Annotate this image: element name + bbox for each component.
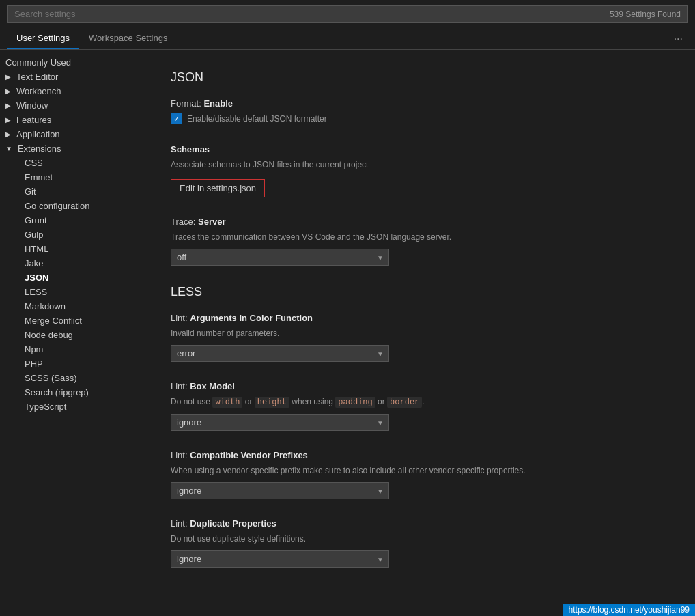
sidebar-item-git[interactable]: Git	[0, 184, 150, 199]
box-model-post: .	[422, 397, 424, 406]
sidebar-item-emmet[interactable]: Emmet	[0, 170, 150, 184]
content-area: JSON Format: Enable ✓ Enable/disable def…	[150, 50, 695, 611]
sidebar-item-css[interactable]: CSS	[0, 156, 150, 170]
text-editor-arrow: ▶	[5, 73, 11, 81]
less-lint-arguments-prefix: Lint:	[171, 313, 190, 323]
sidebar: Commonly Used ▶ Text Editor ▶ Workbench …	[0, 50, 150, 611]
json-section: JSON Format: Enable ✓ Enable/disable def…	[171, 70, 675, 266]
search-input[interactable]	[14, 9, 610, 19]
less-lint-compatible-vendor-select-wrapper: ignore warning error	[171, 482, 389, 499]
emmet-label: Emmet	[25, 172, 53, 182]
sidebar-item-gulp[interactable]: Gulp	[0, 227, 150, 242]
less-lint-arguments-select-wrapper: ignore warning error	[171, 345, 389, 362]
less-lint-arguments-select[interactable]: ignore warning error	[171, 345, 389, 362]
html-label: HTML	[25, 244, 48, 254]
extensions-label: Extensions	[18, 143, 61, 154]
json-trace-server-block: Trace: Server Traces the communication b…	[171, 216, 675, 266]
css-label: CSS	[25, 158, 43, 168]
json-schemas-bold: Schemas	[171, 144, 210, 154]
less-lint-box-model-select[interactable]: ignore warning error	[171, 414, 389, 431]
gulp-label: Gulp	[25, 229, 43, 240]
main-layout: Commonly Used ▶ Text Editor ▶ Workbench …	[0, 50, 695, 611]
tab-workspace-settings[interactable]: Workspace Settings	[79, 28, 177, 49]
box-model-mid2: when using	[289, 397, 335, 406]
sidebar-item-php[interactable]: PHP	[0, 356, 150, 371]
less-lint-duplicate-properties-select-wrapper: ignore warning error	[171, 550, 389, 568]
less-lint-compatible-vendor-select[interactable]: ignore warning error	[171, 482, 389, 499]
sidebar-item-scss-sass[interactable]: SCSS (Sass)	[0, 371, 150, 385]
less-lint-arguments-bold: Arguments In Color Function	[190, 313, 313, 323]
json-format-prefix: Format:	[171, 98, 203, 109]
php-label: PHP	[25, 359, 43, 369]
sidebar-item-features[interactable]: ▶ Features	[0, 113, 150, 127]
sidebar-item-workbench[interactable]: ▶ Workbench	[0, 84, 150, 98]
sidebar-item-npm[interactable]: Npm	[0, 342, 150, 356]
less-lint-box-model-block: Lint: Box Model Do not use width or heig…	[171, 381, 675, 431]
workbench-label: Workbench	[16, 86, 61, 96]
sidebar-item-window[interactable]: ▶ Window	[0, 98, 150, 113]
typescript-label: TypeScript	[25, 402, 66, 412]
less-lint-compatible-vendor-prefix: Lint:	[171, 450, 190, 460]
less-lint-duplicate-properties-block: Lint: Duplicate Properties Do not use du…	[171, 518, 675, 568]
less-lint-compatible-vendor-block: Lint: Compatible Vendor Prefixes When us…	[171, 450, 675, 499]
grunt-label: Grunt	[25, 215, 47, 225]
search-count: 539 Settings Found	[610, 10, 681, 19]
json-trace-bold: Server	[198, 216, 225, 227]
json-label: JSON	[25, 272, 48, 283]
json-schemas-edit-link[interactable]: Edit in settings.json	[171, 179, 265, 197]
less-lint-compatible-vendor-label: Lint: Compatible Vendor Prefixes	[171, 450, 675, 460]
less-lint-duplicate-properties-prefix: Lint:	[171, 518, 190, 529]
tab-user-settings[interactable]: User Settings	[7, 28, 79, 49]
sidebar-item-jake[interactable]: Jake	[0, 256, 150, 270]
sidebar-item-grunt[interactable]: Grunt	[0, 213, 150, 227]
tabs-more-button[interactable]: ···	[668, 30, 688, 48]
application-arrow: ▶	[5, 130, 11, 138]
scss-sass-label: SCSS (Sass)	[25, 373, 77, 383]
json-format-enable-label: Format: Enable	[171, 98, 675, 109]
box-model-desc-pre: Do not use	[171, 397, 212, 406]
less-section: LESS Lint: Arguments In Color Function I…	[171, 285, 675, 568]
less-lint-box-model-select-wrapper: ignore warning error	[171, 414, 389, 431]
sidebar-item-extensions[interactable]: ▼ Extensions	[0, 141, 150, 156]
sidebar-item-html[interactable]: HTML	[0, 242, 150, 256]
box-model-code2: height	[255, 397, 289, 408]
sidebar-item-search-ripgrep[interactable]: Search (ripgrep)	[0, 385, 150, 400]
less-lint-box-model-desc: Do not use width or height when using pa…	[171, 395, 675, 408]
less-lint-duplicate-properties-desc: Do not use duplicate style definitions.	[171, 533, 675, 545]
json-schemas-block: Schemas Associate schemas to JSON files …	[171, 144, 675, 197]
json-trace-server-select[interactable]: off messages verbose	[171, 249, 389, 266]
markdown-label: Markdown	[25, 301, 66, 311]
json-format-bold: Enable	[203, 98, 233, 109]
json-format-checkbox-label: Enable/disable default JSON formatter	[187, 113, 327, 125]
workbench-arrow: ▶	[5, 87, 11, 95]
search-bar: 539 Settings Found	[7, 5, 688, 23]
sidebar-item-commonly-used[interactable]: Commonly Used	[0, 55, 150, 70]
sidebar-item-go-configuration[interactable]: Go configuration	[0, 199, 150, 213]
text-editor-label: Text Editor	[16, 72, 58, 82]
npm-label: Npm	[25, 344, 43, 354]
status-bar-url: https://blog.csdn.net/youshijian99	[563, 604, 695, 616]
sidebar-item-application[interactable]: ▶ Application	[0, 127, 150, 141]
extensions-arrow: ▼	[5, 145, 12, 152]
sidebar-item-node-debug[interactable]: Node debug	[0, 328, 150, 342]
go-configuration-label: Go configuration	[25, 201, 89, 211]
sidebar-item-markdown[interactable]: Markdown	[0, 299, 150, 313]
git-label: Git	[25, 186, 36, 197]
less-lint-box-model-label: Lint: Box Model	[171, 381, 675, 391]
less-lint-duplicate-properties-select[interactable]: ignore warning error	[171, 550, 389, 568]
json-schemas-label: Schemas	[171, 144, 675, 154]
json-format-checkbox[interactable]: ✓	[171, 113, 182, 124]
sidebar-item-less[interactable]: LESS	[0, 285, 150, 299]
sidebar-item-json[interactable]: JSON	[0, 270, 150, 285]
sidebar-item-merge-conflict[interactable]: Merge Conflict	[0, 313, 150, 328]
sidebar-item-typescript[interactable]: TypeScript	[0, 400, 150, 414]
json-trace-prefix: Trace:	[171, 216, 198, 227]
sidebar-item-text-editor[interactable]: ▶ Text Editor	[0, 70, 150, 84]
less-lint-arguments-desc: Invalid number of parameters.	[171, 327, 675, 339]
box-model-code1: width	[212, 397, 242, 408]
json-section-title: JSON	[171, 70, 675, 85]
json-format-enable-block: Format: Enable ✓ Enable/disable default …	[171, 98, 675, 125]
json-trace-server-label: Trace: Server	[171, 216, 675, 227]
less-lint-duplicate-properties-label: Lint: Duplicate Properties	[171, 518, 675, 529]
json-trace-server-desc: Traces the communication between VS Code…	[171, 231, 675, 243]
